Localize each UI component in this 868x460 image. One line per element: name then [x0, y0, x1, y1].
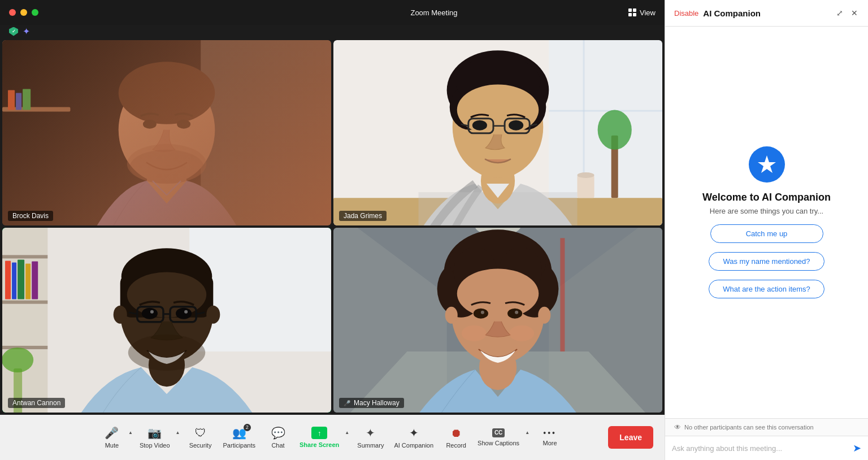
- svg-point-61: [150, 310, 154, 313]
- stop-video-arrow-button[interactable]: ▲: [173, 423, 183, 452]
- security-icon: 🛡: [195, 427, 206, 440]
- ai-welcome-subtitle: Here are some things you can try...: [702, 207, 831, 215]
- summary-button[interactable]: ✦ Summary: [353, 423, 388, 452]
- share-screen-button[interactable]: ↑ Share Screen: [296, 423, 342, 452]
- video-tile-brock: Brock Davis: [2, 40, 331, 225]
- mute-icon: 🎤: [105, 426, 119, 440]
- video-chevron-icon: ▲: [176, 430, 180, 435]
- participants-count-badge: 2: [244, 424, 251, 431]
- expand-button[interactable]: ⤢: [835, 7, 844, 19]
- status-icons-bar: ✓ ✦: [0, 25, 665, 38]
- catch-me-up-button[interactable]: Catch me up: [710, 224, 823, 243]
- svg-point-91: [515, 310, 518, 314]
- svg-point-56: [114, 305, 127, 323]
- video-icon: 📷: [147, 426, 162, 440]
- sparkle-icon: ✦: [23, 26, 30, 37]
- chat-icon: 💬: [271, 426, 285, 440]
- participants-button[interactable]: 👥 2 Participants: [219, 423, 260, 452]
- was-my-name-mentioned-button[interactable]: Was my name mentioned?: [709, 252, 824, 271]
- ai-companion-panel: Disable AI Companion ⤢ ✕: [665, 0, 868, 460]
- more-button[interactable]: ••• More: [533, 425, 567, 450]
- video-tile-jada: Jada Grimes: [333, 40, 662, 225]
- participant-video-jada: [333, 40, 662, 225]
- what-are-action-items-button[interactable]: What are the action items?: [709, 280, 824, 298]
- name-label-brock: Brock Davis: [8, 211, 53, 221]
- svg-rect-76: [560, 238, 565, 351]
- mute-arrow-button[interactable]: ▲: [126, 423, 135, 452]
- svg-rect-45: [5, 261, 11, 299]
- fullscreen-window-button[interactable]: [32, 9, 38, 16]
- toolbar-items: 🎤 Mute ▲ 📷 Stop Video ▲: [98, 423, 567, 452]
- svg-point-62: [184, 310, 188, 313]
- window-title: Zoom Meeting: [410, 8, 457, 17]
- svg-point-58: [127, 272, 206, 317]
- share-screen-button-group: ↑ Share Screen ▲: [296, 423, 351, 452]
- video-grid: Brock Davis: [0, 38, 665, 415]
- svg-point-60: [176, 307, 192, 319]
- send-icon: ➤: [853, 442, 861, 454]
- svg-point-59: [142, 307, 158, 319]
- ai-input-area: ➤: [665, 436, 868, 460]
- participants-icon: 👥 2: [232, 426, 246, 440]
- ai-logo: [749, 146, 785, 183]
- svg-rect-49: [32, 261, 38, 299]
- svg-point-23: [598, 110, 632, 150]
- ai-send-button[interactable]: ➤: [853, 442, 861, 454]
- ai-privacy-notice: 👁 No other participants can see this con…: [665, 418, 868, 436]
- view-button[interactable]: View: [628, 8, 656, 17]
- close-window-button[interactable]: [9, 9, 16, 16]
- svg-point-31: [457, 84, 539, 135]
- grid-icon: [628, 8, 636, 16]
- disable-button[interactable]: Disable: [674, 9, 698, 18]
- share-screen-arrow-button[interactable]: ▲: [342, 423, 351, 452]
- more-icon: •••: [543, 428, 557, 437]
- mute-button[interactable]: 🎤 Mute: [98, 423, 126, 452]
- record-button[interactable]: ⏺ Record: [439, 423, 473, 452]
- svg-point-90: [481, 310, 484, 314]
- close-panel-button[interactable]: ✕: [850, 7, 859, 19]
- svg-marker-94: [758, 155, 776, 173]
- privacy-icon: 👁: [674, 423, 681, 431]
- share-screen-chevron-icon: ▲: [345, 430, 349, 435]
- ai-welcome-section: Welcome to AI Companion Here are some th…: [702, 192, 831, 215]
- security-button[interactable]: 🛡 Security: [184, 423, 218, 452]
- svg-point-89: [507, 308, 522, 318]
- video-tile-macy: 🎤 Macy Halloway: [333, 228, 662, 413]
- leave-button[interactable]: Leave: [608, 426, 653, 449]
- ai-panel-title: AI Companion: [703, 8, 761, 18]
- svg-point-57: [206, 305, 220, 323]
- ai-panel-header-left: Disable AI Companion: [674, 8, 761, 18]
- minimize-window-button[interactable]: [20, 9, 27, 16]
- svg-point-86: [445, 306, 458, 323]
- svg-point-93: [509, 325, 534, 341]
- participant-video-antwan: [2, 228, 331, 413]
- share-screen-box-icon: ↑: [311, 427, 327, 439]
- svg-point-51: [2, 347, 33, 372]
- ai-panel-header: Disable AI Companion ⤢ ✕: [665, 0, 868, 27]
- ai-chat-input[interactable]: [672, 444, 848, 453]
- summary-icon: ✦: [366, 426, 375, 440]
- show-captions-button-group: CC Show Captions ▲: [474, 425, 532, 450]
- svg-rect-18: [549, 110, 662, 112]
- stop-video-button[interactable]: 📷 Stop Video: [136, 423, 173, 452]
- chat-button[interactable]: 💬 Chat: [261, 423, 295, 452]
- close-icon: ✕: [851, 8, 858, 18]
- security-shield-icon: ✓: [9, 27, 18, 36]
- ai-companion-button[interactable]: ✦ AI Companion: [389, 423, 438, 452]
- privacy-text: No other participants can see this conve…: [684, 424, 814, 431]
- window-controls: [9, 9, 38, 16]
- ai-companion-icon: ✦: [409, 426, 419, 440]
- toolbar: 🎤 Mute ▲ 📷 Stop Video ▲: [0, 415, 665, 460]
- show-captions-chevron-icon: ▲: [525, 430, 530, 435]
- svg-rect-43: [2, 300, 47, 303]
- show-captions-button[interactable]: CC Show Captions: [474, 425, 523, 450]
- show-captions-arrow-button[interactable]: ▲: [523, 425, 532, 450]
- mute-chevron-icon: ▲: [128, 430, 133, 435]
- svg-rect-20: [577, 175, 594, 198]
- name-label-jada: Jada Grimes: [339, 211, 387, 221]
- cc-badge: CC: [492, 428, 505, 437]
- ai-panel-header-right: ⤢ ✕: [835, 7, 859, 19]
- meeting-window: Zoom Meeting View ✓ ✦: [0, 0, 665, 460]
- name-label-macy: 🎤 Macy Halloway: [339, 398, 404, 408]
- video-tile-antwan: Antwan Cannon: [2, 228, 331, 413]
